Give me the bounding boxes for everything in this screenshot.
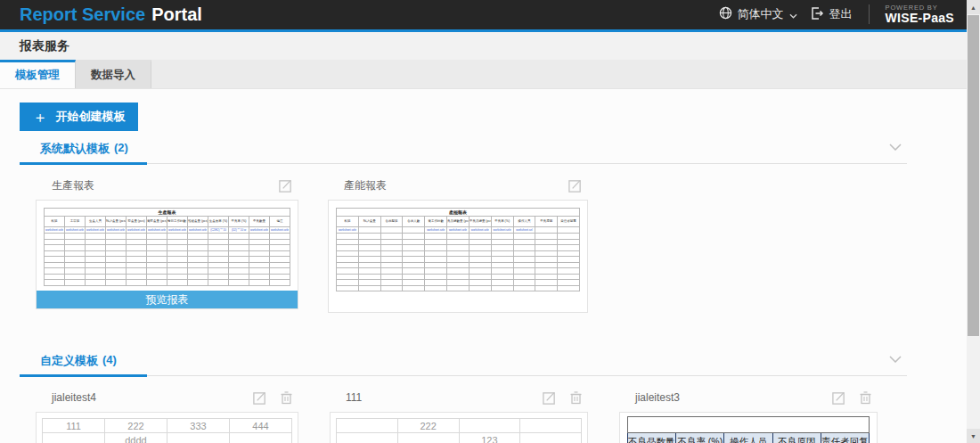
template-preview[interactable]: 不良品数量 (pcs)不良率 (%)操作人员不良原因责任者回复: [619, 412, 878, 443]
tab-bar: 模板管理 数据导入: [0, 60, 967, 89]
template-name: jialeitest4: [52, 391, 240, 404]
table-row: 產能報表: [337, 209, 580, 217]
table-row: [628, 417, 870, 433]
globe-icon: [719, 6, 732, 22]
jialeitest3-preview-table: 不良品数量 (pcs)不良率 (%)操作人员不良原因责任者回复: [627, 416, 870, 443]
main-content: ＋ 开始创建模板 系统默认模板 (2) 生產報表: [0, 89, 967, 443]
card-header: 生產報表: [36, 171, 298, 200]
brand-primary: Report Service: [20, 4, 145, 25]
table-row: 123: [337, 433, 582, 443]
logout-label: 登出: [829, 6, 853, 22]
table-row: [45, 280, 290, 286]
language-selector[interactable]: 简体中文: [719, 6, 797, 22]
template-preview-table-wrap: 不良品数量 (pcs)不良率 (%)操作人员不良原因责任者回复: [627, 416, 870, 443]
jialeitest4-preview-table: 111222333444dddd: [42, 418, 292, 443]
section-count: (4): [102, 353, 117, 369]
production-report-preview-table: 生產報表料號工單號生產人員預計產量 (pcs/天)投產量 (pcs)實際產量 (…: [44, 208, 290, 286]
scrollbar-thumb[interactable]: [968, 15, 979, 336]
tab-template-management[interactable]: 模板管理: [0, 60, 76, 88]
app-window: Report Service Portal 简体中文: [0, 0, 980, 443]
section-title-text: 系统默认模板: [40, 141, 110, 157]
chevron-down-icon: [789, 8, 797, 21]
template-name: jialeitest3: [635, 391, 819, 404]
template-card-111: 111 222123: [330, 383, 588, 443]
vertical-scrollbar[interactable]: ▲ ▼: [967, 0, 980, 443]
table-row: worksheet.seleworksheet.seleworksheet.se…: [337, 227, 580, 234]
plus-icon: ＋: [33, 110, 48, 125]
111-preview-table: 222123: [336, 418, 582, 443]
template-preview-table-wrap: 產能報表料號預計產量台班型號台班人數實工作時數良品總數量 (pcs)不良品總量 …: [336, 208, 580, 291]
create-template-button[interactable]: ＋ 开始创建模板: [20, 103, 138, 131]
delete-icon[interactable]: [569, 390, 583, 405]
table-row: 不良品数量 (pcs)不良率 (%)操作人员不良原因责任者回复: [628, 433, 870, 443]
collapse-chevron-icon[interactable]: [889, 350, 902, 366]
table-row: 料號預計產量台班型號台班人數實工作時數良品總數量 (pcs)不良品總量 (pcs…: [337, 217, 580, 227]
template-preview[interactable]: 111222333444dddd: [36, 412, 298, 443]
wise-paas-logo: WISE-PaaS: [886, 12, 954, 25]
capacity-report-preview-table: 產能報表料號預計產量台班型號台班人數實工作時數良品總數量 (pcs)不良品總量 …: [336, 208, 580, 291]
logout-icon: [810, 6, 824, 23]
edit-icon[interactable]: [831, 390, 846, 406]
template-preview[interactable]: 生產報表料號工單號生產人員預計產量 (pcs/天)投產量 (pcs)實際產量 (…: [36, 200, 298, 309]
table-row: dddd: [43, 433, 292, 443]
top-header: Report Service Portal 简体中文: [0, 0, 967, 29]
template-preview-table-wrap: 生產報表料號工單號生產人員預計產量 (pcs/天)投產量 (pcs)實際產量 (…: [44, 208, 290, 286]
card-header: jialeitest3: [619, 383, 878, 412]
logout-button[interactable]: 登出: [810, 6, 853, 23]
preview-report-button[interactable]: 预览报表: [37, 291, 298, 308]
system-template-cards: 生產報表 生產報表料號工單號生產人員預計產量 (pcs/天)投產量 (pcs)實…: [36, 171, 967, 313]
template-preview[interactable]: 產能報表料號預計產量台班型號台班人數實工作時數良品總數量 (pcs)不良品總量 …: [328, 200, 588, 313]
edit-icon[interactable]: [278, 178, 293, 193]
template-card-jialeitest3: jialeitest3 不良品数量 (pcs)不良率 (%)操作人员不良原因责任…: [619, 383, 878, 443]
template-preview[interactable]: 222123: [330, 412, 588, 443]
section-underline: [20, 162, 147, 165]
create-template-label: 开始创建模板: [56, 109, 126, 125]
template-preview-table-wrap: 222123: [336, 418, 582, 443]
card-header: jialeitest4: [36, 383, 298, 412]
edit-icon[interactable]: [542, 390, 557, 406]
template-name: 產能報表: [344, 178, 555, 193]
template-name: 生產報表: [52, 178, 265, 193]
down-arrow-icon: ▼: [970, 433, 976, 439]
page-title-bar: 报表服务: [0, 32, 967, 60]
template-name: 111: [346, 391, 529, 404]
custom-template-cards: jialeitest4 111222333444dddd 11: [36, 383, 967, 443]
header-actions: 简体中文 登出 POWERED BY WISE-PaaS: [719, 4, 960, 26]
delete-icon[interactable]: [280, 390, 293, 405]
template-preview-table-wrap: 111222333444dddd: [42, 418, 292, 443]
table-row: 生產報表: [45, 209, 290, 217]
page-title: 报表服务: [20, 38, 69, 54]
scroll-down-button[interactable]: ▼: [967, 429, 980, 443]
section-title-text: 自定义模板: [40, 353, 98, 369]
tab-data-import[interactable]: 数据导入: [76, 60, 151, 88]
report-service-portal: Report Service Portal 简体中文: [0, 0, 967, 443]
edit-icon[interactable]: [252, 390, 267, 406]
powered-by: POWERED BY WISE-PaaS: [886, 4, 960, 26]
section-count: (2): [114, 141, 128, 157]
section-title-system: 系统默认模板 (2): [20, 141, 128, 157]
card-header: 111: [330, 383, 588, 412]
card-header: 產能報表: [328, 171, 588, 200]
table-row: [337, 285, 580, 291]
up-arrow-icon: ▲: [970, 4, 976, 11]
template-card-production-report: 生產報表 生產報表料號工單號生產人員預計產量 (pcs/天)投產量 (pcs)實…: [36, 171, 298, 313]
table-row: 料號工單號生產人員預計產量 (pcs/天)投產量 (pcs)實際產量 (pcs)…: [45, 217, 290, 227]
scroll-up-button[interactable]: ▲: [967, 0, 980, 14]
edit-icon[interactable]: [568, 178, 583, 193]
collapse-chevron-icon[interactable]: [889, 138, 902, 154]
header-divider: [869, 4, 870, 24]
table-row: 222: [337, 419, 582, 433]
brand-secondary: Portal: [151, 4, 202, 25]
table-row: worksheet.seleworksheet.seleworksheet.se…: [45, 227, 290, 234]
table-row: 111222333444: [43, 419, 292, 433]
delete-icon[interactable]: [859, 390, 872, 405]
brand: Report Service Portal: [20, 4, 202, 25]
section-title-custom: 自定义模板 (4): [20, 353, 117, 369]
section-custom-templates: 自定义模板 (4): [20, 350, 907, 376]
section-underline: [20, 374, 147, 377]
template-card-capacity-report: 產能報表 產能報表料號預計產量台班型號台班人數實工作時數良品總數量 (pcs)不…: [328, 171, 588, 313]
template-card-jialeitest4: jialeitest4 111222333444dddd: [36, 383, 298, 443]
language-label: 简体中文: [738, 6, 784, 22]
section-system-templates: 系统默认模板 (2): [20, 138, 907, 164]
